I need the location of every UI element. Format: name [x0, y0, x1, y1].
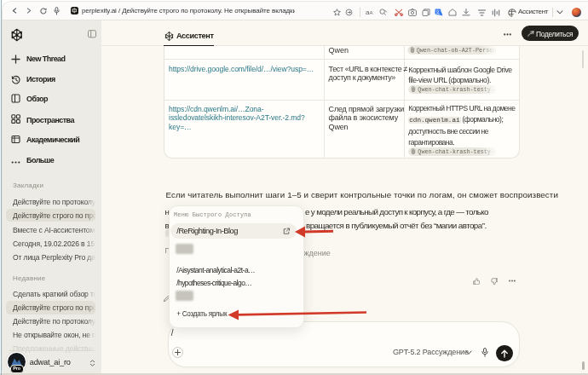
svg-text:文: 文 — [435, 9, 441, 14]
